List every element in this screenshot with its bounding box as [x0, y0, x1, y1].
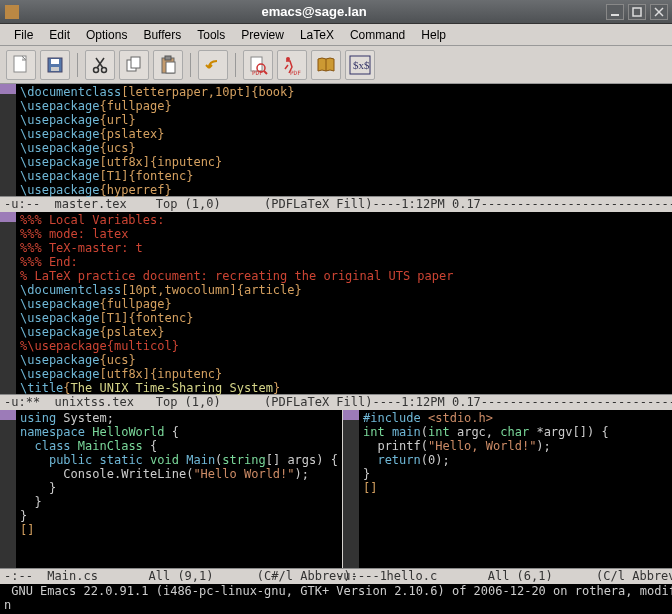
pdf-view-button[interactable]: PDF: [243, 50, 273, 80]
copy-button[interactable]: [119, 50, 149, 80]
svg-line-12: [96, 58, 103, 68]
fringe: [0, 84, 16, 196]
buffer-main-cs[interactable]: using System;namespace HelloWorld { clas…: [0, 410, 343, 568]
fringe: [0, 212, 16, 394]
buffer-master[interactable]: \documentclass[letterpaper,10pt]{book}\u…: [0, 84, 672, 196]
new-file-button[interactable]: [6, 50, 36, 80]
separator: [77, 53, 78, 77]
minibuffer[interactable]: GNU Emacs 22.0.91.1 (i486-pc-linux-gnu, …: [0, 584, 672, 612]
tex-symbol-button[interactable]: $x$: [345, 50, 375, 80]
app-icon: [4, 4, 20, 20]
fringe: [0, 410, 16, 568]
maximize-button[interactable]: [628, 4, 646, 20]
svg-rect-2: [633, 8, 641, 16]
minimize-button[interactable]: [606, 4, 624, 20]
svg-rect-16: [165, 56, 171, 60]
toolbar: PDF PDF $x$: [0, 46, 672, 84]
separator: [235, 53, 236, 77]
menu-preview[interactable]: Preview: [233, 26, 292, 44]
menu-file[interactable]: File: [6, 26, 41, 44]
undo-button[interactable]: [198, 50, 228, 80]
menu-options[interactable]: Options: [78, 26, 135, 44]
separator: [190, 53, 191, 77]
menu-latex[interactable]: LaTeX: [292, 26, 342, 44]
svg-rect-14: [131, 57, 140, 68]
svg-rect-8: [51, 67, 59, 71]
code-master[interactable]: \documentclass[letterpaper,10pt]{book}\u…: [16, 84, 672, 198]
svg-rect-17: [166, 62, 175, 73]
buffer-hello-c[interactable]: #include <stdio.h>int main(int argc, cha…: [343, 410, 672, 568]
svg-text:$x$: $x$: [353, 59, 370, 71]
pdf-run-button[interactable]: PDF: [277, 50, 307, 80]
svg-text:PDF: PDF: [252, 69, 263, 75]
menu-edit[interactable]: Edit: [41, 26, 78, 44]
menubar: FileEditOptionsBuffersToolsPreviewLaTeXC…: [0, 24, 672, 46]
editor-area: \documentclass[letterpaper,10pt]{book}\u…: [0, 84, 672, 612]
svg-rect-0: [5, 5, 19, 19]
code-unixtss[interactable]: %%% Local Variables:%%% mode: latex%%% T…: [16, 212, 672, 396]
book-button[interactable]: [311, 50, 341, 80]
modeline-hello-c[interactable]: -u:-- hello.c All (6,1) (C/l Abbrev)----…: [336, 569, 668, 584]
svg-point-10: [102, 67, 107, 72]
code-main-cs[interactable]: using System;namespace HelloWorld { clas…: [16, 410, 342, 538]
paste-button[interactable]: [153, 50, 183, 80]
window-title: emacs@sage.lan: [26, 4, 602, 19]
menu-help[interactable]: Help: [413, 26, 454, 44]
svg-line-20: [264, 71, 267, 74]
svg-rect-7: [51, 59, 59, 64]
svg-line-11: [97, 58, 104, 68]
save-button[interactable]: [40, 50, 70, 80]
buffer-unixtss[interactable]: %%% Local Variables:%%% mode: latex%%% T…: [0, 212, 672, 394]
modeline-unixtss[interactable]: -u:** unixtss.tex Top (1,0) (PDFLaTeX Fi…: [0, 394, 672, 410]
menu-tools[interactable]: Tools: [189, 26, 233, 44]
menu-buffers[interactable]: Buffers: [135, 26, 189, 44]
titlebar: emacs@sage.lan: [0, 0, 672, 24]
menu-command[interactable]: Command: [342, 26, 413, 44]
modeline-main-cs[interactable]: -:-- Main.cs All (9,1) (C#/l Abbrev)----…: [4, 569, 336, 584]
modeline-bottom[interactable]: -:-- Main.cs All (9,1) (C#/l Abbrev)----…: [0, 568, 672, 584]
svg-text:PDF: PDF: [290, 69, 301, 75]
code-hello-c[interactable]: #include <stdio.h>int main(int argc, cha…: [359, 410, 672, 496]
cut-button[interactable]: [85, 50, 115, 80]
close-button[interactable]: [650, 4, 668, 20]
fringe: [343, 410, 359, 568]
modeline-master[interactable]: -u:-- master.tex Top (1,0) (PDFLaTeX Fil…: [0, 196, 672, 212]
svg-point-9: [94, 67, 99, 72]
